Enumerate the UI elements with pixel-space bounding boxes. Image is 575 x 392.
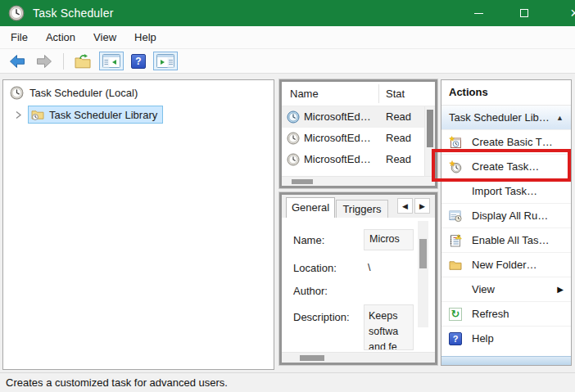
scrollbar-thumb[interactable] <box>300 355 324 361</box>
minimize-icon <box>474 13 483 14</box>
actions-section-header[interactable]: Task Scheduler Lib… ▲ <box>441 105 571 129</box>
task-status: Read <box>386 110 411 123</box>
new-folder-icon <box>448 259 463 272</box>
action-help[interactable]: ? Help <box>441 326 571 350</box>
task-list-panel: Name Stat MicrosoftEd… Read <box>279 79 437 188</box>
enable-all-tasks-icon <box>448 234 463 247</box>
action-import-task[interactable]: Import Task… <box>441 178 571 203</box>
task-status: Read <box>386 153 411 165</box>
action-view[interactable]: View ▶ <box>441 277 571 301</box>
table-row[interactable]: MicrosoftEd… Read <box>282 149 435 170</box>
task-list-header: Name Stat <box>282 82 435 106</box>
action-item-label: Display All Ru… <box>472 210 548 222</box>
task-scheduler-clock-icon <box>8 5 25 21</box>
task-clock-icon <box>287 153 300 166</box>
action-enable-all-tasks[interactable]: Enable All Tas… <box>441 228 571 252</box>
actions-section-label: Task Scheduler Lib… <box>449 111 550 124</box>
close-button[interactable]: × <box>556 0 575 26</box>
menu-help[interactable]: Help <box>125 31 165 43</box>
menubar: File Action View Help <box>0 26 575 49</box>
minimize-button[interactable] <box>460 0 497 26</box>
maximize-icon <box>520 9 528 17</box>
table-row[interactable]: MicrosoftEd… Read <box>282 128 435 149</box>
action-new-folder[interactable]: New Folder… <box>441 252 571 277</box>
submenu-arrow-icon: ▶ <box>557 285 564 294</box>
help-icon: ? <box>448 332 463 345</box>
task-name: MicrosoftEd… <box>304 153 371 165</box>
forward-button[interactable] <box>34 52 55 71</box>
toolbar-help-button[interactable]: ? <box>129 53 147 70</box>
author-field-label: Author: <box>293 285 328 297</box>
action-item-label: Help <box>472 332 494 345</box>
task-clock-icon <box>287 110 300 124</box>
tree-item-task-scheduler-local[interactable]: Task Scheduler (Local) <box>10 86 138 100</box>
scrollbar-thumb[interactable] <box>427 110 433 147</box>
menu-action[interactable]: Action <box>37 31 84 43</box>
tree-library-label: Task Scheduler Library <box>49 109 157 121</box>
library-folder-icon <box>31 108 44 121</box>
toolbar-separator <box>63 53 64 70</box>
show-action-pane-button[interactable] <box>153 52 178 70</box>
name-field-label: Name: <box>293 234 324 246</box>
show-console-tree-button[interactable] <box>99 52 124 70</box>
task-status: Read <box>386 132 411 144</box>
status-text: Creates a customized task for advanced u… <box>6 376 228 389</box>
preview-tabstrip: General Triggers ◀ ▶ <box>282 195 435 218</box>
task-name: MicrosoftEd… <box>304 110 371 123</box>
task-scheduler-window: Task Scheduler × File Action View Help <box>0 0 575 392</box>
close-icon: × <box>570 6 575 20</box>
console-tree-panel: Task Scheduler (Local) Task Scheduler Li… <box>2 79 274 370</box>
task-name: MicrosoftEd… <box>304 132 371 144</box>
task-list-horizontal-scrollbar[interactable] <box>282 176 435 186</box>
column-header-name[interactable]: Name <box>290 88 319 100</box>
tree-item-task-scheduler-library[interactable]: Task Scheduler Library <box>28 106 163 124</box>
action-display-all-running[interactable]: Display All Ru… <box>441 203 571 228</box>
column-divider[interactable] <box>378 84 379 103</box>
back-button[interactable] <box>7 52 28 71</box>
scrollbar-thumb[interactable] <box>419 239 427 268</box>
maximize-button[interactable] <box>505 0 542 26</box>
titlebar: Task Scheduler × <box>0 0 575 26</box>
menu-file[interactable]: File <box>2 31 37 43</box>
expand-chevron-icon[interactable] <box>15 110 22 119</box>
annotation-highlight-create-task <box>432 149 571 182</box>
export-folder-icon <box>74 53 92 70</box>
preview-vertical-scrollbar[interactable] <box>418 221 428 327</box>
action-item-label: Refresh <box>472 308 509 320</box>
action-item-label: Enable All Tas… <box>472 234 549 246</box>
toolbar: ? <box>0 49 575 74</box>
help-icon: ? <box>131 54 146 69</box>
console-tree-icon <box>102 54 120 68</box>
preview-horizontal-scrollbar[interactable] <box>282 352 435 363</box>
action-item-label: New Folder… <box>472 259 537 271</box>
main-area: Task Scheduler (Local) Task Scheduler Li… <box>0 74 575 372</box>
refresh-icon: ↻ <box>448 308 463 321</box>
action-item-label: Create Basic T… <box>472 136 553 148</box>
actions-panel-title: Actions <box>441 80 571 105</box>
tree-root-label: Task Scheduler (Local) <box>29 87 138 99</box>
tab-scroll-left-button[interactable]: ◀ <box>397 198 413 214</box>
column-header-status[interactable]: Stat <box>386 88 405 100</box>
table-row[interactable]: MicrosoftEd… Read <box>282 106 435 128</box>
export-list-button[interactable] <box>72 52 93 70</box>
task-clock-icon <box>287 132 300 145</box>
tab-scroll-right-button[interactable]: ▶ <box>414 198 430 214</box>
display-all-running-icon <box>448 210 463 223</box>
statusbar: Creates a customized task for advanced u… <box>0 372 575 392</box>
collapse-arrow-icon[interactable]: ▲ <box>556 114 564 122</box>
tab-triggers[interactable]: Triggers <box>336 200 388 218</box>
back-arrow-icon <box>8 52 26 70</box>
task-preview-panel: General Triggers ◀ ▶ Name: Micros Locati… <box>279 192 437 365</box>
scrollbar-thumb[interactable] <box>292 179 313 184</box>
menu-view[interactable]: View <box>84 31 125 43</box>
action-item-label: Import Task… <box>472 185 537 197</box>
name-field-value: Micros <box>364 229 414 250</box>
action-pane-icon <box>156 54 174 68</box>
create-basic-task-icon <box>448 136 463 149</box>
description-field-label: Description: <box>293 311 350 323</box>
location-field-label: Location: <box>293 262 337 274</box>
actions-collapsed-section-bar[interactable] <box>441 356 571 365</box>
action-refresh[interactable]: ↻ Refresh <box>441 301 571 326</box>
tab-general[interactable]: General <box>286 197 335 218</box>
window-title: Task Scheduler <box>33 7 114 20</box>
